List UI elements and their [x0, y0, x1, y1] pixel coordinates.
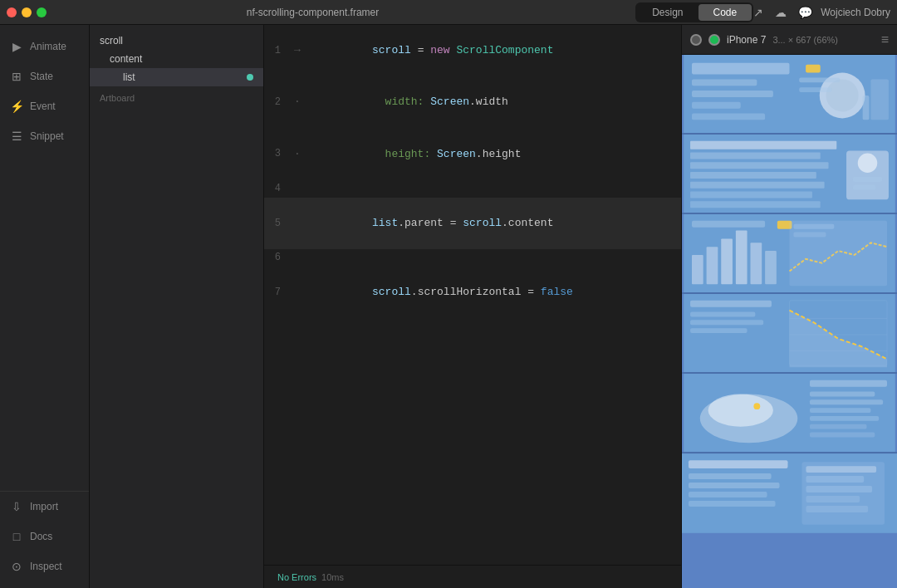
- svg-rect-24: [853, 185, 875, 190]
- svg-rect-63: [689, 501, 776, 507]
- sidebar-item-event-label: Event: [30, 100, 56, 112]
- line-arrow-2: ·: [294, 94, 307, 111]
- svg-rect-4: [692, 102, 741, 109]
- sidebar-item-snippet-label: Snippet: [30, 130, 64, 142]
- chat-icon[interactable]: 💬: [798, 6, 812, 19]
- svg-rect-66: [806, 476, 864, 483]
- line-number-2: 2: [264, 95, 294, 110]
- svg-rect-67: [806, 486, 872, 492]
- cloud-icon[interactable]: ☁: [775, 6, 787, 19]
- animate-icon: ▶: [10, 40, 23, 53]
- svg-rect-53: [810, 408, 870, 413]
- sidebar-item-inspect-label: Inspect: [30, 561, 62, 572]
- sidebar-item-docs[interactable]: □ Docs: [0, 522, 89, 551]
- close-button[interactable]: [7, 7, 17, 17]
- no-errors-label: No Errors: [277, 572, 316, 582]
- code-line-3: 3 · height: Screen.height: [264, 129, 681, 180]
- line-code-4: [307, 180, 668, 198]
- code-line-2: 2 · width: Screen.width: [264, 76, 681, 128]
- sidebar-item-event[interactable]: ⚡ Event: [0, 91, 89, 121]
- svg-rect-62: [689, 492, 767, 497]
- svg-rect-26: [692, 255, 703, 284]
- preview-card-6: [682, 453, 897, 533]
- artboard-label: Artboard: [90, 86, 263, 106]
- svg-rect-68: [806, 496, 860, 502]
- svg-rect-41: [690, 328, 748, 333]
- sidebar-item-inspect[interactable]: ⊙ Inspect: [0, 551, 89, 581]
- line-code-3: height: Screen.height: [307, 129, 668, 180]
- svg-rect-11: [870, 79, 889, 120]
- svg-rect-17: [690, 172, 816, 179]
- status-time: 10ms: [321, 572, 344, 582]
- code-content[interactable]: 1 → scroll = new ScrollComponent 2 · wid…: [264, 25, 681, 565]
- tab-design[interactable]: Design: [637, 4, 698, 21]
- sidebar-item-snippet[interactable]: ☰ Snippet: [0, 121, 89, 151]
- svg-rect-27: [707, 247, 718, 284]
- share-icon[interactable]: ↗: [753, 6, 763, 19]
- svg-rect-23: [853, 177, 882, 182]
- svg-rect-56: [810, 433, 875, 438]
- svg-rect-65: [806, 466, 876, 473]
- svg-rect-69: [806, 506, 868, 512]
- svg-rect-38: [690, 301, 772, 307]
- svg-point-22: [858, 154, 878, 174]
- svg-rect-52: [810, 399, 883, 404]
- main-layout: ▶ Animate ⊞ State ⚡ Event ☰ Snippet ⇩ Im…: [0, 25, 897, 588]
- minimize-button[interactable]: [22, 7, 32, 17]
- code-editor: 1 → scroll = new ScrollComponent 2 · wid…: [264, 25, 681, 588]
- svg-rect-12: [863, 96, 870, 120]
- line-number-7: 7: [264, 285, 294, 301]
- svg-rect-19: [690, 192, 812, 198]
- line-code-6: [307, 249, 668, 267]
- line-code-2: width: Screen.width: [307, 76, 668, 128]
- line-arrow-3: ·: [294, 146, 307, 164]
- tree-item-content-label: content: [110, 53, 142, 65]
- svg-rect-5: [692, 114, 765, 120]
- line-arrow-1: →: [294, 42, 307, 60]
- docs-icon: □: [10, 530, 23, 543]
- svg-rect-16: [690, 162, 828, 169]
- svg-rect-20: [690, 201, 821, 208]
- svg-rect-30: [751, 243, 762, 284]
- tab-code[interactable]: Code: [698, 4, 752, 21]
- svg-rect-15: [690, 153, 821, 159]
- tree-item-list[interactable]: list: [90, 68, 263, 86]
- tree-item-scroll[interactable]: scroll: [90, 32, 263, 50]
- user-name: Wojciech Dobry: [821, 7, 890, 18]
- code-line-6: 6: [264, 249, 681, 267]
- line-number-6: 6: [264, 250, 294, 266]
- import-icon: ⇩: [10, 500, 23, 513]
- file-tree: scroll content list Artboard: [90, 25, 264, 588]
- preview-card-4: [682, 294, 897, 374]
- sidebar-item-docs-label: Docs: [30, 531, 52, 542]
- sidebar-item-animate[interactable]: ▶ Animate: [0, 32, 89, 61]
- svg-rect-33: [692, 221, 765, 228]
- titlebar: nf-scrolling-component.framer Design Cod…: [0, 0, 897, 25]
- sidebar-item-import-label: Import: [30, 501, 58, 512]
- svg-rect-54: [810, 416, 879, 421]
- event-icon: ⚡: [10, 100, 23, 113]
- window-title: nf-scrolling-component.framer: [56, 7, 569, 18]
- sidebar-item-import[interactable]: ⇩ Import: [0, 492, 89, 522]
- tree-item-content[interactable]: content: [90, 50, 263, 68]
- sidebar-nav: ▶ Animate ⊞ State ⚡ Event ☰ Snippet: [0, 25, 89, 491]
- snippet-icon: ☰: [10, 130, 23, 143]
- svg-rect-2: [692, 79, 757, 86]
- tree-item-list-label: list: [123, 71, 135, 83]
- preview-menu-icon[interactable]: ≡: [881, 32, 889, 47]
- svg-rect-1: [692, 63, 790, 75]
- code-line-5: 5 list.parent = scroll.content: [264, 198, 681, 249]
- svg-point-57: [753, 403, 760, 409]
- state-icon: ⊞: [10, 70, 23, 83]
- window-controls: [7, 7, 47, 17]
- preview-content: [682, 55, 897, 588]
- code-line-7: 7 scroll.scrollHorizontal = false: [264, 267, 681, 318]
- maximize-button[interactable]: [37, 7, 47, 17]
- sidebar-item-state[interactable]: ⊞ State: [0, 61, 89, 91]
- line-number-4: 4: [264, 181, 294, 197]
- svg-rect-40: [690, 320, 763, 325]
- svg-rect-14: [690, 141, 836, 149]
- line-number-5: 5: [264, 216, 294, 232]
- svg-rect-3: [692, 91, 773, 97]
- svg-rect-10: [799, 87, 831, 92]
